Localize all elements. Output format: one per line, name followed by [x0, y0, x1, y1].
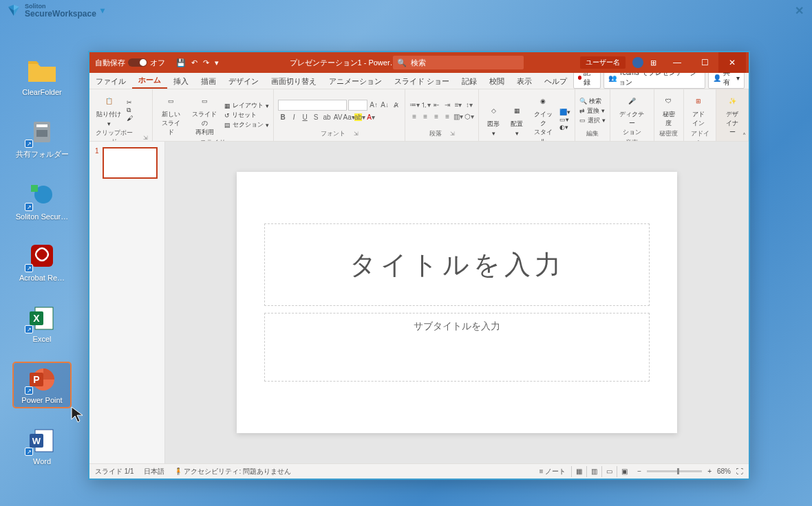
title-placeholder[interactable]: タイトルを入力 [264, 223, 650, 306]
slide-counter[interactable]: スライド 1/1 [95, 467, 134, 476]
desktop-icon-word[interactable]: W↗ Word [14, 424, 70, 468]
addins-button[interactable]: ⊞アド イン [688, 92, 709, 129]
undo-icon[interactable]: ↶ [191, 58, 197, 67]
section-button[interactable]: ▤セクション▾ [224, 120, 269, 129]
qat-dropdown-icon[interactable]: ▾ [215, 58, 219, 67]
find-button[interactable]: 🔍検索 [579, 97, 606, 106]
tab-review[interactable]: 校閲 [483, 74, 511, 89]
reuse-slide-button[interactable]: ▭スライドの 再利用 [188, 92, 222, 138]
increase-font-icon[interactable]: A↑ [369, 100, 378, 110]
tab-animation[interactable]: アニメーション [323, 74, 388, 89]
normal-view-icon[interactable]: ▦ [571, 466, 586, 477]
tab-home[interactable]: ホーム [132, 73, 167, 89]
user-badge[interactable]: ユーザー名 [580, 56, 626, 69]
maximize-button[interactable]: ☐ [691, 52, 718, 73]
font-size-select[interactable] [348, 100, 367, 111]
zoom-slider[interactable] [647, 470, 702, 472]
shapes-button[interactable]: ◇図形▾ [483, 102, 504, 138]
redo-icon[interactable]: ↷ [203, 58, 209, 67]
bullets-icon[interactable]: ≔▾ [409, 100, 419, 110]
minimize-button[interactable]: — [663, 52, 691, 73]
reset-button[interactable]: ↺リセット [224, 111, 269, 120]
strike-icon[interactable]: S [311, 113, 321, 122]
tab-draw[interactable]: 描画 [195, 74, 222, 89]
zoom-in-button[interactable]: + [707, 468, 712, 475]
fit-to-window-icon[interactable]: ⛶ [736, 468, 743, 475]
indent-inc-icon[interactable]: ⇥ [442, 100, 452, 110]
desktop-icon-shared-folder[interactable]: ↗ 共有フォルダー [14, 116, 70, 162]
tab-view[interactable]: 表示 [511, 74, 538, 89]
select-button[interactable]: ▭選択▾ [579, 116, 606, 125]
shape-outline-button[interactable]: ▭▾ [559, 116, 570, 123]
slide-editor[interactable]: タイトルを入力 サブタイトルを入力 [165, 142, 749, 463]
dictate-button[interactable]: 🎤ディクテー ション [615, 92, 650, 138]
highlight-icon[interactable]: ab▾ [355, 113, 365, 122]
tab-design[interactable]: デザイン [222, 74, 265, 89]
tab-slideshow[interactable]: スライド ショー [388, 74, 456, 89]
subtitle-placeholder[interactable]: サブタイトルを入力 [264, 313, 650, 382]
align-right-icon[interactable]: ≡ [431, 112, 441, 122]
zoom-out-button[interactable]: − [637, 468, 641, 475]
text-direction-icon[interactable]: ↕▾ [464, 100, 474, 110]
tab-transition[interactable]: 画面切り替え [265, 74, 323, 89]
close-button[interactable]: ✕ [718, 52, 746, 73]
align-left-icon[interactable]: ≡ [409, 112, 419, 122]
numbering-icon[interactable]: ⒈▾ [420, 100, 430, 110]
desktop-icon-excel[interactable]: X↗ Excel [14, 302, 70, 346]
copy-button[interactable]: ⧉ [127, 107, 133, 114]
shadow-icon[interactable]: ab [322, 113, 332, 122]
font-color-icon[interactable]: A▾ [366, 113, 376, 122]
tab-insert[interactable]: 挿入 [167, 74, 195, 89]
decrease-font-icon[interactable]: A↓ [380, 100, 389, 110]
paste-button[interactable]: 📋貼り付け▾ [94, 92, 124, 129]
dropdown-icon[interactable]: ▾ [100, 6, 105, 15]
font-family-select[interactable] [278, 100, 347, 111]
notes-button[interactable]: ≡ ノート [539, 467, 566, 476]
tab-record[interactable]: 記録 [456, 74, 483, 89]
reading-view-icon[interactable]: ▭ [601, 466, 617, 477]
bold-icon[interactable]: B [278, 113, 288, 122]
shape-fill-button[interactable]: 🟦▾ [559, 109, 570, 116]
tab-file[interactable]: ファイル [89, 74, 132, 89]
designer-button[interactable]: ✨デザ イナー [720, 92, 744, 138]
underline-icon[interactable]: U [300, 113, 310, 122]
case-icon[interactable]: Aa▾ [344, 113, 354, 122]
shape-effects-button[interactable]: ◐▾ [559, 124, 570, 131]
save-icon[interactable]: 💾 [176, 58, 186, 67]
line-spacing-icon[interactable]: ≡▾ [453, 100, 463, 110]
accessibility-status[interactable]: 🧍 アクセシビリティ: 問題ありません [174, 467, 291, 476]
spacing-icon[interactable]: AV [333, 113, 343, 122]
sensitivity-button[interactable]: 🛡秘密 度 [659, 92, 679, 129]
italic-icon[interactable]: I [289, 113, 299, 122]
desktop-icon-clearfolder[interactable]: ClearFolder [14, 55, 70, 99]
autosave-toggle[interactable]: 自動保存 オフ [89, 58, 171, 68]
zoom-level[interactable]: 68% [717, 468, 731, 475]
desktop-icon-acrobat[interactable]: ↗ Acrobat Re… [14, 241, 70, 285]
sorter-view-icon[interactable]: ▥ [586, 466, 601, 477]
smartart-icon[interactable]: ⬡▾ [464, 112, 474, 122]
replace-button[interactable]: ⇄置換▾ [579, 107, 606, 116]
new-slide-button[interactable]: ▭新しい スライド [157, 92, 185, 138]
dialog-launcher-icon[interactable]: ⇲ [450, 131, 455, 137]
display-options-icon[interactable]: ⊞ [650, 58, 656, 67]
cut-button[interactable]: ✂ [127, 99, 133, 106]
layout-button[interactable]: ▦レイアウト▾ [224, 101, 269, 110]
collapse-ribbon-icon[interactable]: ˄ [742, 132, 746, 140]
search-box[interactable]: 🔍 検索 [393, 56, 524, 69]
format-painter-button[interactable]: 🖌 [127, 115, 133, 122]
secure-workspace-close[interactable]: ✕ [795, 4, 804, 17]
indent-dec-icon[interactable]: ⇤ [431, 100, 441, 110]
arrange-button[interactable]: ▦配置▾ [506, 102, 527, 138]
language-indicator[interactable]: 日本語 [144, 467, 164, 476]
align-center-icon[interactable]: ≡ [420, 112, 430, 122]
quick-style-button[interactable]: ◉クイック スタイル [530, 92, 557, 142]
desktop-icon-soliton-secure[interactable]: ↗ Soliton Secur… [14, 179, 70, 223]
columns-icon[interactable]: ▥▾ [453, 112, 463, 122]
justify-icon[interactable]: ≡ [442, 112, 452, 122]
clear-format-icon[interactable]: A̷ [391, 100, 400, 110]
tab-help[interactable]: ヘルプ [538, 74, 573, 89]
slideshow-view-icon[interactable]: ▣ [617, 466, 632, 477]
desktop-icon-powerpoint[interactable]: P↗ Power Point [14, 363, 70, 407]
thumbnail-1[interactable]: 1 [95, 147, 159, 179]
dialog-launcher-icon[interactable]: ⇲ [143, 135, 148, 141]
